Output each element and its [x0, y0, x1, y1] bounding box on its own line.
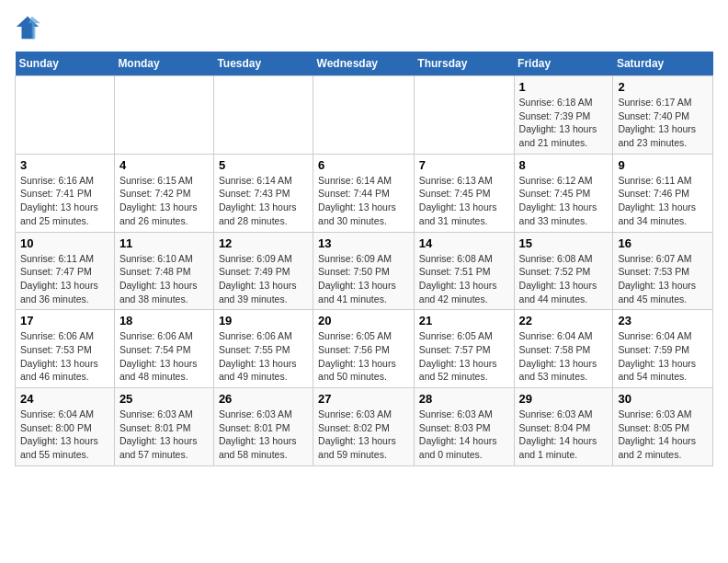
day-info: Sunrise: 6:18 AMSunset: 7:39 PMDaylight:… — [519, 96, 609, 150]
day-info: Sunrise: 6:03 AMSunset: 8:01 PMDaylight:… — [119, 408, 209, 462]
calendar-cell-4-4: 20Sunrise: 6:05 AMSunset: 7:56 PMDayligh… — [313, 310, 415, 388]
calendar-week-4: 17Sunrise: 6:06 AMSunset: 7:53 PMDayligh… — [16, 310, 713, 388]
calendar-cell-2-7: 9Sunrise: 6:11 AMSunset: 7:46 PMDaylight… — [613, 154, 713, 232]
header-sunday: Sunday — [16, 52, 115, 76]
day-info: Sunrise: 6:06 AMSunset: 7:55 PMDaylight:… — [219, 329, 308, 384]
calendar-cell-2-3: 5Sunrise: 6:14 AMSunset: 7:43 PMDaylight… — [213, 154, 313, 232]
page-header — [15, 15, 713, 40]
day-number: 16 — [618, 236, 708, 250]
day-number: 7 — [419, 158, 509, 172]
day-info: Sunrise: 6:11 AMSunset: 7:46 PMDaylight:… — [618, 174, 708, 228]
day-info: Sunrise: 6:13 AMSunset: 7:45 PMDaylight:… — [419, 174, 509, 228]
day-number: 24 — [20, 392, 109, 406]
calendar-cell-3-5: 14Sunrise: 6:08 AMSunset: 7:51 PMDayligh… — [414, 232, 514, 310]
calendar-week-5: 24Sunrise: 6:04 AMSunset: 8:00 PMDayligh… — [16, 388, 713, 466]
calendar-cell-5-1: 24Sunrise: 6:04 AMSunset: 8:00 PMDayligh… — [16, 388, 115, 466]
calendar-header-row: SundayMondayTuesdayWednesdayThursdayFrid… — [16, 52, 713, 76]
calendar-cell-5-6: 29Sunrise: 6:03 AMSunset: 8:04 PMDayligh… — [514, 388, 613, 466]
header-saturday: Saturday — [613, 52, 713, 76]
calendar-cell-3-7: 16Sunrise: 6:07 AMSunset: 7:53 PMDayligh… — [613, 232, 713, 310]
calendar-cell-1-6: 1Sunrise: 6:18 AMSunset: 7:39 PMDaylight… — [514, 76, 613, 155]
day-number: 3 — [20, 158, 109, 172]
day-number: 21 — [419, 314, 509, 327]
day-info: Sunrise: 6:06 AMSunset: 7:54 PMDaylight:… — [119, 329, 209, 384]
day-number: 14 — [419, 236, 509, 250]
day-info: Sunrise: 6:07 AMSunset: 7:53 PMDaylight:… — [618, 252, 708, 306]
calendar-cell-2-5: 7Sunrise: 6:13 AMSunset: 7:45 PMDaylight… — [414, 154, 514, 232]
day-number: 6 — [318, 158, 409, 172]
calendar-cell-3-2: 11Sunrise: 6:10 AMSunset: 7:48 PMDayligh… — [114, 232, 213, 310]
calendar-cell-4-3: 19Sunrise: 6:06 AMSunset: 7:55 PMDayligh… — [213, 310, 313, 388]
day-info: Sunrise: 6:03 AMSunset: 8:02 PMDaylight:… — [318, 408, 409, 462]
calendar-cell-3-4: 13Sunrise: 6:09 AMSunset: 7:50 PMDayligh… — [313, 232, 415, 310]
day-info: Sunrise: 6:14 AMSunset: 7:44 PMDaylight:… — [318, 174, 409, 228]
header-tuesday: Tuesday — [213, 52, 313, 76]
calendar-table: SundayMondayTuesdayWednesdayThursdayFrid… — [15, 52, 713, 466]
day-info: Sunrise: 6:15 AMSunset: 7:42 PMDaylight:… — [119, 174, 209, 228]
day-info: Sunrise: 6:09 AMSunset: 7:50 PMDaylight:… — [318, 252, 409, 306]
day-info: Sunrise: 6:03 AMSunset: 8:03 PMDaylight:… — [419, 408, 509, 462]
day-number: 20 — [318, 314, 409, 327]
day-info: Sunrise: 6:12 AMSunset: 7:45 PMDaylight:… — [519, 174, 609, 228]
day-info: Sunrise: 6:05 AMSunset: 7:57 PMDaylight:… — [419, 329, 509, 384]
day-info: Sunrise: 6:03 AMSunset: 8:01 PMDaylight:… — [219, 408, 308, 462]
day-info: Sunrise: 6:06 AMSunset: 7:53 PMDaylight:… — [20, 329, 109, 384]
day-number: 30 — [618, 392, 708, 406]
calendar-cell-4-1: 17Sunrise: 6:06 AMSunset: 7:53 PMDayligh… — [16, 310, 115, 388]
calendar-week-2: 3Sunrise: 6:16 AMSunset: 7:41 PMDaylight… — [16, 154, 713, 232]
day-info: Sunrise: 6:14 AMSunset: 7:43 PMDaylight:… — [219, 174, 308, 228]
calendar-cell-1-1 — [16, 76, 115, 155]
calendar-cell-2-1: 3Sunrise: 6:16 AMSunset: 7:41 PMDaylight… — [16, 154, 115, 232]
calendar-cell-4-6: 22Sunrise: 6:04 AMSunset: 7:58 PMDayligh… — [514, 310, 613, 388]
day-number: 23 — [618, 314, 708, 327]
calendar-cell-1-4 — [313, 76, 415, 155]
day-number: 2 — [618, 80, 708, 94]
calendar-cell-3-1: 10Sunrise: 6:11 AMSunset: 7:47 PMDayligh… — [16, 232, 115, 310]
day-number: 18 — [119, 314, 209, 327]
logo-icon — [15, 15, 40, 40]
calendar-cell-1-5 — [414, 76, 514, 155]
day-info: Sunrise: 6:09 AMSunset: 7:49 PMDaylight:… — [219, 252, 308, 306]
day-info: Sunrise: 6:04 AMSunset: 7:58 PMDaylight:… — [519, 329, 609, 384]
calendar-cell-4-7: 23Sunrise: 6:04 AMSunset: 7:59 PMDayligh… — [613, 310, 713, 388]
calendar-cell-3-6: 15Sunrise: 6:08 AMSunset: 7:52 PMDayligh… — [514, 232, 613, 310]
header-monday: Monday — [114, 52, 213, 76]
day-info: Sunrise: 6:16 AMSunset: 7:41 PMDaylight:… — [20, 174, 109, 228]
calendar-cell-1-7: 2Sunrise: 6:17 AMSunset: 7:40 PMDaylight… — [613, 76, 713, 155]
day-number: 12 — [219, 236, 308, 250]
day-info: Sunrise: 6:04 AMSunset: 7:59 PMDaylight:… — [618, 329, 708, 384]
day-info: Sunrise: 6:08 AMSunset: 7:52 PMDaylight:… — [519, 252, 609, 306]
calendar-week-3: 10Sunrise: 6:11 AMSunset: 7:47 PMDayligh… — [16, 232, 713, 310]
day-number: 5 — [219, 158, 308, 172]
day-number: 13 — [318, 236, 409, 250]
day-number: 25 — [119, 392, 209, 406]
calendar-cell-2-4: 6Sunrise: 6:14 AMSunset: 7:44 PMDaylight… — [313, 154, 415, 232]
day-info: Sunrise: 6:17 AMSunset: 7:40 PMDaylight:… — [618, 96, 708, 150]
calendar-week-1: 1Sunrise: 6:18 AMSunset: 7:39 PMDaylight… — [16, 76, 713, 155]
day-info: Sunrise: 6:03 AMSunset: 8:05 PMDaylight:… — [618, 408, 708, 462]
day-info: Sunrise: 6:10 AMSunset: 7:48 PMDaylight:… — [119, 252, 209, 306]
day-number: 15 — [519, 236, 609, 250]
header-wednesday: Wednesday — [313, 52, 415, 76]
calendar-cell-5-2: 25Sunrise: 6:03 AMSunset: 8:01 PMDayligh… — [114, 388, 213, 466]
calendar-cell-1-2 — [114, 76, 213, 155]
day-number: 26 — [219, 392, 308, 406]
calendar-cell-5-5: 28Sunrise: 6:03 AMSunset: 8:03 PMDayligh… — [414, 388, 514, 466]
calendar-cell-5-3: 26Sunrise: 6:03 AMSunset: 8:01 PMDayligh… — [213, 388, 313, 466]
day-info: Sunrise: 6:04 AMSunset: 8:00 PMDaylight:… — [20, 408, 109, 462]
header-friday: Friday — [514, 52, 613, 76]
day-number: 27 — [318, 392, 409, 406]
day-number: 9 — [618, 158, 708, 172]
calendar-cell-2-2: 4Sunrise: 6:15 AMSunset: 7:42 PMDaylight… — [114, 154, 213, 232]
day-number: 10 — [20, 236, 109, 250]
calendar-cell-1-3 — [213, 76, 313, 155]
calendar-cell-5-4: 27Sunrise: 6:03 AMSunset: 8:02 PMDayligh… — [313, 388, 415, 466]
day-number: 11 — [119, 236, 209, 250]
day-number: 19 — [219, 314, 308, 327]
day-number: 22 — [519, 314, 609, 327]
calendar-cell-4-2: 18Sunrise: 6:06 AMSunset: 7:54 PMDayligh… — [114, 310, 213, 388]
calendar-cell-2-6: 8Sunrise: 6:12 AMSunset: 7:45 PMDaylight… — [514, 154, 613, 232]
day-number: 8 — [519, 158, 609, 172]
day-info: Sunrise: 6:03 AMSunset: 8:04 PMDaylight:… — [519, 408, 609, 462]
day-number: 17 — [20, 314, 109, 327]
